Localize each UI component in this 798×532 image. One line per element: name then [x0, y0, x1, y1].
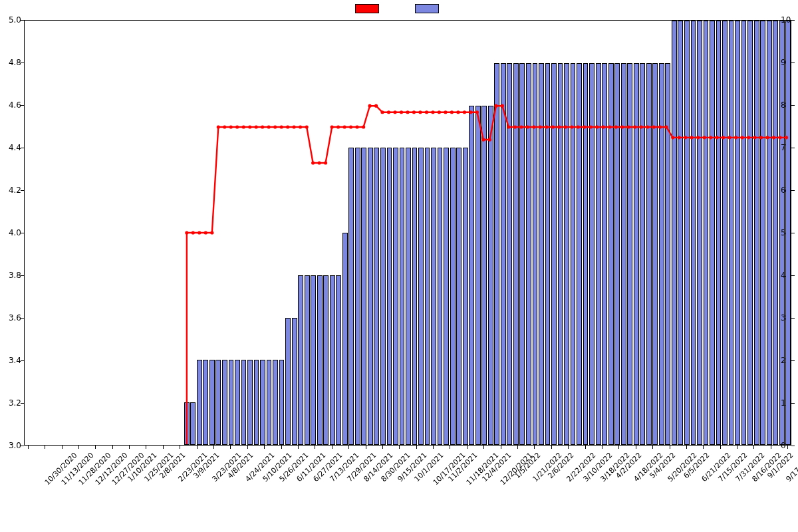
line-marker [684, 136, 687, 139]
line-marker [519, 125, 523, 128]
line-marker [564, 125, 567, 128]
line-marker [469, 110, 472, 114]
line-marker [658, 125, 662, 128]
line-marker [671, 136, 674, 139]
line-marker [481, 138, 485, 141]
line-marker [425, 110, 428, 114]
y-left-tick-label: 4.8 [1, 58, 21, 67]
line-marker [734, 136, 737, 139]
line-marker [740, 136, 743, 139]
legend-item-line [355, 4, 383, 13]
y-left-tick-label: 4.0 [1, 228, 21, 237]
legend-item-bar [415, 4, 443, 13]
line-marker [709, 136, 712, 139]
line-marker [608, 125, 611, 128]
line-marker [728, 136, 731, 139]
line-marker [488, 138, 491, 141]
y-left-tick-label: 3.2 [1, 398, 21, 408]
line-marker [380, 110, 384, 114]
line-marker [507, 125, 510, 128]
line-marker [463, 110, 466, 114]
line-marker [577, 125, 580, 128]
line-layer [25, 21, 791, 445]
line-marker [299, 125, 302, 128]
line-marker [494, 104, 497, 108]
plot-area [24, 20, 791, 446]
line-marker [583, 125, 586, 128]
line-marker [765, 136, 769, 139]
line-marker [204, 231, 207, 234]
line-marker [192, 231, 195, 234]
line-marker [526, 125, 529, 128]
y-left-tick-label: 3.8 [1, 271, 21, 280]
line-marker [772, 136, 775, 139]
line-marker [374, 104, 378, 108]
line-marker [355, 125, 358, 128]
line-marker [343, 125, 346, 128]
line-marker [362, 125, 365, 128]
line-marker [286, 125, 289, 128]
line-marker [255, 125, 258, 128]
line-marker [331, 125, 334, 128]
line-path [187, 106, 787, 444]
line-marker [267, 125, 271, 128]
line-marker [217, 125, 220, 128]
line-marker [690, 136, 693, 139]
line-marker [545, 125, 548, 128]
line-marker [785, 136, 788, 139]
line-marker [595, 125, 598, 128]
y-left-tick-label: 3.0 [1, 441, 21, 450]
line-marker [627, 125, 630, 128]
y-left-tick-label: 5.0 [1, 15, 21, 25]
line-marker [640, 125, 643, 128]
line-marker [261, 125, 264, 128]
legend-swatch-line [355, 4, 379, 13]
line-marker [633, 125, 636, 128]
line-marker [185, 231, 188, 234]
line-marker [589, 125, 593, 128]
line-marker [438, 110, 441, 114]
line-marker [532, 125, 535, 128]
line-marker [223, 125, 226, 128]
line-marker [539, 125, 542, 128]
line-marker [349, 125, 352, 128]
line-marker [620, 125, 624, 128]
line-marker [715, 136, 718, 139]
line-marker [646, 125, 649, 128]
line-marker [570, 125, 573, 128]
line-marker [324, 161, 327, 164]
line-marker [393, 110, 396, 114]
line-marker [248, 125, 251, 128]
legend [0, 4, 798, 13]
line-marker [703, 136, 706, 139]
line-marker [614, 125, 618, 128]
line-marker [273, 125, 277, 128]
line-marker [602, 125, 605, 128]
line-marker [229, 125, 233, 128]
y-left-tick-label: 3.4 [1, 356, 21, 365]
line-marker [778, 136, 781, 139]
line-marker [400, 110, 403, 114]
y-left-tick-label: 4.4 [1, 143, 21, 152]
y-left-tick-label: 4.6 [1, 100, 21, 110]
line-marker [678, 136, 681, 139]
line-marker [311, 161, 315, 164]
line-marker [368, 104, 371, 108]
line-marker [456, 110, 460, 114]
line-marker [652, 125, 656, 128]
y-left-tick-label: 4.2 [1, 186, 21, 195]
line-marker [450, 110, 454, 114]
line-marker [293, 125, 296, 128]
line-marker [418, 110, 422, 114]
line-marker [235, 125, 239, 128]
line-marker [242, 125, 245, 128]
line-marker [747, 136, 750, 139]
line-marker [557, 125, 561, 128]
line-marker [444, 110, 447, 114]
line-marker [406, 110, 409, 114]
line-marker [696, 136, 700, 139]
chart-root: 3.03.23.43.63.84.04.24.44.64.85.0 012345… [0, 0, 798, 532]
line-marker [431, 110, 434, 114]
line-marker [387, 110, 390, 114]
line-marker [759, 136, 763, 139]
